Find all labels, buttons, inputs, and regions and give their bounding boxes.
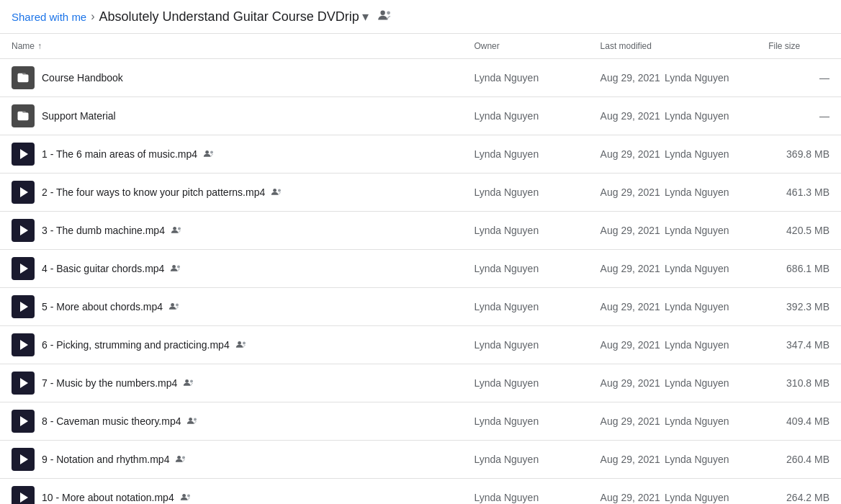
svg-point-21	[187, 494, 190, 497]
table-row[interactable]: Support Material Lynda Nguyen Aug 29, 20…	[0, 97, 841, 135]
cell-name: 7 - Music by the numbers.mp4	[0, 364, 462, 402]
file-name-text: Support Material	[42, 110, 116, 122]
cell-size: 420.5 MB	[757, 212, 841, 250]
svg-point-9	[177, 265, 180, 268]
breadcrumb-shared-link[interactable]: Shared with me	[12, 11, 86, 23]
shared-users-badge	[175, 454, 186, 465]
table-row[interactable]: 6 - Picking, strumming and practicing.mp…	[0, 326, 841, 364]
modified-date: Aug 29, 2021	[601, 186, 660, 198]
cell-size: —	[757, 97, 841, 135]
video-icon	[12, 295, 35, 318]
file-name-text: 2 - The four ways to know your pitch pat…	[42, 186, 265, 198]
shared-users-badge	[180, 492, 192, 503]
svg-point-0	[380, 10, 384, 14]
cell-name: 9 - Notation and rhythm.mp4	[0, 441, 462, 479]
modified-by: Lynda Nguyen	[665, 148, 729, 160]
file-name-text: 7 - Music by the numbers.mp4	[42, 377, 177, 389]
cell-modified: Aug 29, 2021 Lynda Nguyen	[589, 250, 757, 288]
table-row[interactable]: 4 - Basic guitar chords.mp4 Lynda Nguyen…	[0, 250, 841, 288]
file-name-text: 5 - More about chords.mp4	[42, 301, 163, 312]
table-row[interactable]: 2 - The four ways to know your pitch pat…	[0, 174, 841, 212]
svg-point-8	[173, 265, 176, 269]
modified-date: Aug 29, 2021	[601, 415, 660, 427]
breadcrumb-chevron-icon[interactable]: ▾	[362, 9, 369, 24]
modified-by: Lynda Nguyen	[665, 110, 729, 122]
modified-date: Aug 29, 2021	[601, 492, 660, 503]
svg-point-7	[178, 227, 181, 230]
column-header-owner[interactable]: Owner	[462, 34, 588, 59]
table-row[interactable]: 7 - Music by the numbers.mp4 Lynda Nguye…	[0, 364, 841, 402]
cell-modified: Aug 29, 2021 Lynda Nguyen	[589, 135, 757, 174]
cell-name: 8 - Caveman music theory.mp4	[0, 402, 462, 441]
shared-users-badge	[170, 264, 181, 274]
cell-modified: Aug 29, 2021 Lynda Nguyen	[589, 326, 757, 364]
breadcrumb-current-folder: Absolutely Understand Guitar Course DVDr…	[99, 9, 369, 24]
cell-owner: Lynda Nguyen	[462, 59, 588, 97]
cell-name: 10 - More about notation.mp4	[0, 479, 462, 505]
shared-users-badge	[183, 378, 194, 389]
video-icon	[12, 372, 35, 395]
modified-by: Lynda Nguyen	[665, 377, 729, 389]
modified-date: Aug 29, 2021	[601, 72, 660, 84]
cell-size: —	[757, 59, 841, 97]
cell-modified: Aug 29, 2021 Lynda Nguyen	[589, 97, 757, 135]
folder-icon	[12, 104, 35, 127]
video-icon	[12, 486, 35, 504]
table-row[interactable]: 3 - The dumb machine.mp4 Lynda Nguyen Au…	[0, 212, 841, 250]
shared-users-badge	[168, 302, 180, 312]
file-name-text: 9 - Notation and rhythm.mp4	[42, 454, 169, 465]
cell-modified: Aug 29, 2021 Lynda Nguyen	[589, 479, 757, 505]
modified-date: Aug 29, 2021	[601, 377, 660, 389]
svg-point-16	[189, 418, 193, 421]
cell-modified: Aug 29, 2021 Lynda Nguyen	[589, 364, 757, 402]
cell-owner: Lynda Nguyen	[462, 479, 588, 505]
cell-size: 264.2 MB	[757, 479, 841, 505]
video-icon	[12, 181, 35, 204]
table-row[interactable]: 1 - The 6 main areas of music.mp4 Lynda …	[0, 135, 841, 174]
cell-owner: Lynda Nguyen	[462, 135, 588, 174]
modified-date: Aug 29, 2021	[601, 148, 660, 160]
video-icon	[12, 448, 35, 471]
cell-owner: Lynda Nguyen	[462, 364, 588, 402]
table-row[interactable]: 9 - Notation and rhythm.mp4 Lynda Nguyen…	[0, 441, 841, 479]
cell-modified: Aug 29, 2021 Lynda Nguyen	[589, 174, 757, 212]
cell-size: 686.1 MB	[757, 250, 841, 288]
modified-by: Lynda Nguyen	[665, 72, 729, 84]
table-row[interactable]: Course Handbook Lynda Nguyen Aug 29, 202…	[0, 59, 841, 97]
cell-modified: Aug 29, 2021 Lynda Nguyen	[589, 59, 757, 97]
svg-point-18	[178, 456, 181, 459]
shared-users-badge	[235, 340, 247, 351]
svg-point-5	[278, 189, 281, 192]
cell-size: 347.4 MB	[757, 326, 841, 364]
cell-modified: Aug 29, 2021 Lynda Nguyen	[589, 402, 757, 441]
column-header-modified[interactable]: Last modified	[589, 34, 757, 59]
cell-name: 3 - The dumb machine.mp4	[0, 212, 462, 250]
video-icon	[12, 333, 35, 356]
cell-name: 2 - The four ways to know your pitch pat…	[0, 174, 462, 212]
modified-date: Aug 29, 2021	[601, 301, 660, 312]
cell-name: Support Material	[0, 97, 462, 135]
column-header-name[interactable]: Name ↑	[0, 34, 462, 59]
shared-users-icon[interactable]	[377, 9, 392, 24]
cell-size: 260.4 MB	[757, 441, 841, 479]
table-row[interactable]: 5 - More about chords.mp4 Lynda Nguyen A…	[0, 288, 841, 326]
file-name-text: 4 - Basic guitar chords.mp4	[42, 263, 164, 274]
svg-point-17	[194, 418, 197, 420]
modified-by: Lynda Nguyen	[665, 339, 729, 351]
table-row[interactable]: 10 - More about notation.mp4 Lynda Nguye…	[0, 479, 841, 505]
modified-by: Lynda Nguyen	[665, 186, 729, 198]
modified-date: Aug 29, 2021	[601, 110, 660, 122]
file-name-text: 8 - Caveman music theory.mp4	[42, 415, 181, 427]
table-row[interactable]: 8 - Caveman music theory.mp4 Lynda Nguye…	[0, 402, 841, 441]
modified-by: Lynda Nguyen	[665, 263, 729, 274]
video-icon	[12, 257, 35, 280]
shared-users-badge	[171, 225, 182, 236]
cell-owner: Lynda Nguyen	[462, 97, 588, 135]
modified-date: Aug 29, 2021	[601, 454, 660, 465]
svg-point-2	[205, 150, 209, 154]
cell-name: Course Handbook	[0, 59, 462, 97]
svg-point-6	[173, 227, 176, 230]
column-header-size[interactable]: File size	[757, 34, 841, 59]
cell-size: 310.8 MB	[757, 364, 841, 402]
cell-size: 369.8 MB	[757, 135, 841, 174]
